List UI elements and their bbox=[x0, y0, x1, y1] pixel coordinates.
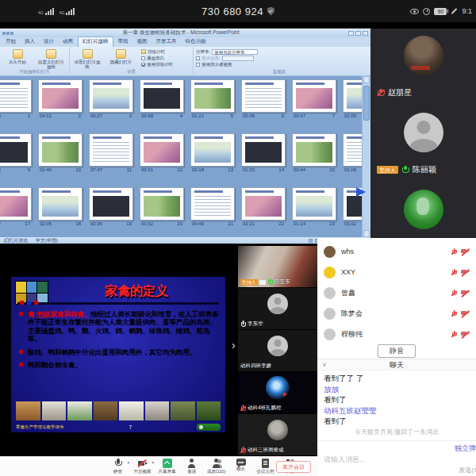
send-button[interactable]: 发送(S) bbox=[459, 466, 476, 474]
toolbar-camera-button[interactable]: 开启视频 bbox=[132, 459, 152, 474]
ribbon-tab[interactable]: 开发工具 bbox=[152, 37, 181, 47]
slide-thumbnail[interactable]: 00:3112 bbox=[140, 133, 184, 172]
slide-thumbnail[interactable]: 01:3314 bbox=[241, 133, 286, 172]
toolbar-doc-button[interactable]: 会议文档 bbox=[255, 459, 275, 474]
popout-chat-link[interactable]: 独立弹出 bbox=[455, 443, 476, 454]
slide-thumbnail[interactable]: 01:2717 bbox=[0, 187, 32, 226]
toolbar-mic-button[interactable]: 静音 bbox=[108, 459, 128, 474]
scroll-down-icon[interactable] bbox=[363, 230, 370, 237]
presenter-view-checkbox[interactable]: 使用演示者视图 bbox=[196, 61, 363, 67]
ribbon-tab[interactable]: 幻灯片放映 bbox=[78, 36, 113, 47]
chat-input[interactable] bbox=[322, 455, 449, 464]
window-controls[interactable] bbox=[348, 31, 368, 36]
member-avatar bbox=[324, 308, 336, 320]
member-row[interactable]: whs bbox=[317, 241, 476, 262]
slide-thumbnail[interactable]: 00:584 bbox=[140, 79, 184, 118]
slide-rehearse-time: 01:14 bbox=[294, 221, 305, 226]
mic-muted-icon bbox=[240, 447, 246, 454]
slide-thumbnail[interactable]: 00:4921 bbox=[190, 187, 235, 226]
slide-number: 3 bbox=[129, 113, 132, 118]
toolbar-invite-button[interactable]: 邀请 bbox=[182, 459, 202, 474]
play-narrations-checkbox[interactable]: 播放旁白 bbox=[141, 55, 173, 61]
slide-thumbnail[interactable]: 02:0518 bbox=[38, 187, 83, 226]
minimize-icon[interactable] bbox=[348, 31, 354, 36]
slide-thumbnail-meta: 02:0518 bbox=[38, 221, 83, 226]
slide-thumbnail[interactable]: 00:477 bbox=[292, 79, 336, 118]
slide-thumbnail[interactable]: 07:4711 bbox=[89, 133, 133, 172]
resolution-row: 分辨率:使用当前分辨率 bbox=[196, 48, 363, 55]
slide-thumbnail[interactable]: 00:273 bbox=[89, 79, 133, 118]
toolbar-chat-button[interactable]: 聊天 bbox=[231, 459, 251, 474]
rehearse-timings-button[interactable]: 排练计时 bbox=[141, 48, 173, 55]
maximize-icon[interactable] bbox=[355, 31, 361, 36]
mute-button[interactable]: 静音 bbox=[378, 344, 416, 358]
ribbon-tab[interactable]: 特色功能 bbox=[182, 37, 210, 47]
ribbon-tab[interactable]: 插入 bbox=[21, 37, 39, 47]
screen-share-indicator-icon bbox=[259, 280, 266, 285]
quick-access-toolbar[interactable] bbox=[2, 32, 13, 35]
slide-thumbnail[interactable]: 01:0816 bbox=[343, 133, 362, 172]
setup-slideshow-button[interactable]: 设置幻灯片放映 bbox=[72, 48, 102, 69]
ribbon-tab[interactable]: 视图 bbox=[133, 37, 152, 47]
normal-view-icon[interactable] bbox=[309, 239, 313, 243]
member-row[interactable]: 陈梦会 bbox=[317, 303, 476, 324]
expand-column-chevron-icon[interactable] bbox=[232, 340, 236, 351]
video-participant-name: 动科四班李媛 bbox=[240, 363, 271, 370]
video-tile[interactable]: 李东华 bbox=[238, 288, 317, 329]
slide-thumbnail[interactable]: 00:3619 bbox=[89, 187, 133, 226]
caret-up-icon[interactable] bbox=[152, 459, 154, 464]
ribbon-tab[interactable]: 审阅 bbox=[114, 37, 132, 47]
pencil-icon bbox=[451, 8, 458, 14]
slide-thumbnail[interactable]: 04:122 bbox=[38, 79, 83, 118]
custom-slideshow-button[interactable]: 自定义幻灯片放映 bbox=[36, 48, 66, 69]
slide-thumbnail[interactable]: 01:5220 bbox=[140, 187, 184, 226]
slide-thumbnail-meta: 00:4921 bbox=[190, 221, 235, 226]
battery-indicator: 90 bbox=[434, 8, 447, 15]
member-row[interactable]: XXY bbox=[317, 262, 476, 282]
ribbon-tab[interactable]: 设计 bbox=[40, 37, 58, 47]
ribbon-tab[interactable]: 开始 bbox=[2, 37, 20, 47]
slide-thumbnail[interactable]: 00:529 bbox=[0, 133, 32, 172]
collapse-chevron-icon[interactable] bbox=[322, 359, 327, 370]
member-avatar bbox=[324, 287, 336, 299]
toolbar-screen-share-button[interactable]: 共享屏幕 bbox=[157, 459, 177, 474]
slide-thumbnail[interactable]: 01:058 bbox=[343, 79, 362, 118]
video-participant-name: 李东华 bbox=[248, 321, 263, 328]
scrollbar-thumb[interactable] bbox=[363, 86, 370, 121]
video-tile[interactable]: 动科4班孔鹏程 bbox=[238, 372, 317, 413]
member-row[interactable]: 曾鑫 bbox=[317, 282, 476, 303]
checkbox-icon bbox=[141, 56, 145, 60]
hide-slide-button[interactable]: 隐藏幻灯片 bbox=[106, 48, 136, 64]
slide-thumbnail[interactable]: 01:4610 bbox=[38, 133, 83, 172]
slide-thumbnail[interactable]: 00:4415 bbox=[292, 133, 336, 172]
close-icon[interactable] bbox=[363, 31, 368, 36]
caret-up-icon[interactable] bbox=[127, 459, 129, 464]
slide-thumbnail[interactable]: 02:1813 bbox=[190, 133, 235, 172]
resolution-dropdown[interactable]: 使用当前分辨率 bbox=[212, 49, 258, 55]
vertical-scrollbar[interactable] bbox=[362, 76, 370, 237]
show-on-dropdown[interactable] bbox=[222, 56, 254, 61]
slide-thumbnail[interactable]: 01:1423 bbox=[292, 187, 336, 226]
ribbon-tab[interactable]: 动画 bbox=[59, 37, 77, 47]
from-beginning-button[interactable]: 从头开始 bbox=[2, 48, 33, 64]
participant-tile[interactable]: 主持人陈丽颖 bbox=[370, 113, 476, 182]
leave-meeting-button[interactable]: 离开会议 bbox=[276, 461, 311, 473]
slide-thumbnail[interactable]: 01:215 bbox=[190, 79, 235, 118]
toolbar-label: 邀请 bbox=[182, 469, 202, 474]
video-tile[interactable]: 主持人田亚东 bbox=[238, 246, 317, 287]
participant-tile[interactable]: 赵朋星 bbox=[370, 36, 476, 106]
slide-thumbnail-content bbox=[293, 134, 336, 166]
scroll-up-icon[interactable] bbox=[363, 76, 370, 83]
video-tile[interactable]: 动科三班周俊成 bbox=[238, 414, 317, 455]
toolbar-members-button[interactable]: 成员(110) bbox=[206, 459, 226, 474]
bird-photo bbox=[197, 401, 221, 420]
video-tile[interactable]: 动科四班李媛 bbox=[238, 330, 317, 371]
slide-thumbnail[interactable]: 02:366 bbox=[241, 79, 286, 118]
use-timings-checkbox[interactable]: 使用排练计时 bbox=[141, 61, 173, 67]
android-status-bar: 4G 4G 730 680 924 90 9:1 bbox=[0, 0, 476, 22]
member-row[interactable]: 程柳纯 bbox=[317, 324, 476, 344]
slide-thumbnail[interactable]: 02:441 bbox=[0, 79, 32, 118]
slide-number: 23 bbox=[329, 221, 335, 226]
slide-thumbnail[interactable]: 02:2122 bbox=[241, 187, 286, 226]
window-title: 第一章 微生物检验基础技术 - Microsoft PowerPoint bbox=[16, 29, 346, 36]
